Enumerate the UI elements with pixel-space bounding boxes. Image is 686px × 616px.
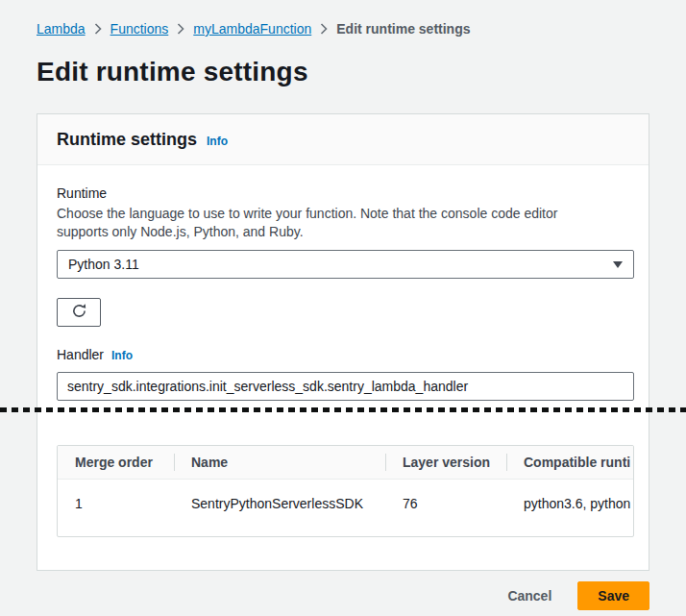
handler-label-row: Handler Info: [57, 345, 629, 364]
layers-table: Merge order Name Layer version Compatibl…: [58, 446, 633, 536]
cell-layer-name: SentryPythonServerlessSDK: [174, 480, 385, 537]
runtime-label: Runtime: [57, 184, 629, 203]
runtime-settings-card-header: Runtime settings Info: [37, 114, 649, 165]
breadcrumb-current: Edit runtime settings: [336, 21, 470, 37]
cell-layer-version: 76: [385, 480, 506, 537]
chevron-right-icon: [320, 23, 328, 35]
form-actions: Cancel Save: [37, 581, 649, 610]
runtime-select[interactable]: Python 3.11: [57, 250, 634, 279]
cell-compatible-runtimes: python3.6, python: [506, 480, 633, 537]
column-header-compatible-runtimes: Compatible runti: [506, 446, 633, 480]
column-header-layer-version: Layer version: [385, 446, 506, 480]
column-header-merge-order: Merge order: [58, 446, 174, 480]
cell-merge-order: 1: [58, 480, 174, 537]
refresh-icon: [71, 303, 87, 322]
chevron-right-icon: [177, 23, 184, 35]
breadcrumb: Lambda Functions myLambdaFunction Edit r…: [37, 21, 649, 37]
card-title: Runtime settings: [57, 130, 197, 150]
layers-table-container: Merge order Name Layer version Compatibl…: [57, 445, 634, 537]
refresh-runtimes-button[interactable]: [57, 298, 101, 327]
handler-input[interactable]: [57, 372, 634, 401]
column-header-name: Name: [174, 446, 385, 480]
layers-table-header-row: Merge order Name Layer version Compatibl…: [58, 446, 633, 480]
breadcrumb-link-functions[interactable]: Functions: [110, 21, 169, 37]
runtime-settings-card-body: Runtime Choose the language to use to wr…: [37, 165, 649, 570]
runtime-description: Choose the language to use to write your…: [57, 205, 612, 241]
lambda-edit-runtime-page: Lambda Functions myLambdaFunction Edit r…: [0, 0, 686, 610]
runtime-settings-info-link[interactable]: Info: [207, 135, 228, 148]
handler-info-link[interactable]: Info: [111, 349, 133, 362]
screenshot-crop-dashed-line: [0, 407, 686, 412]
table-row: 1 SentryPythonServerlessSDK 76 python3.6…: [58, 480, 633, 537]
handler-label: Handler: [57, 345, 104, 364]
runtime-select-value: Python 3.11: [68, 257, 139, 272]
caret-down-icon: [613, 261, 623, 268]
save-button[interactable]: Save: [577, 581, 649, 610]
chevron-right-icon: [94, 23, 102, 35]
breadcrumb-link-lambda[interactable]: Lambda: [37, 21, 86, 37]
page-title: Edit runtime settings: [37, 57, 649, 87]
cancel-button[interactable]: Cancel: [507, 588, 551, 604]
breadcrumb-link-function-name[interactable]: myLambdaFunction: [193, 21, 311, 37]
runtime-settings-card: Runtime settings Info Runtime Choose the…: [37, 113, 649, 571]
